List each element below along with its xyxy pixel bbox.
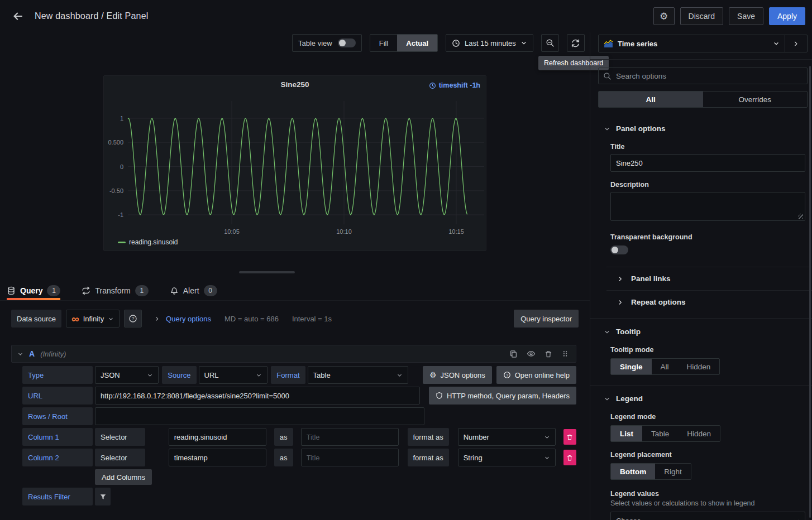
chevron-right-icon bbox=[154, 316, 160, 322]
svg-text:10:10: 10:10 bbox=[336, 228, 352, 235]
column-2-title-input[interactable] bbox=[301, 449, 399, 466]
svg-text:1: 1 bbox=[120, 115, 123, 122]
tab-query[interactable]: Query 1 bbox=[7, 281, 60, 300]
fill-actual-segmented: Fill Actual bbox=[370, 34, 438, 52]
column-1-selector-input[interactable] bbox=[169, 428, 266, 446]
table-view-toggle[interactable] bbox=[338, 38, 356, 47]
legend-placement-bottom[interactable]: Bottom bbox=[611, 464, 655, 479]
column-1-delete-button[interactable] bbox=[563, 429, 576, 445]
series-legend-item[interactable]: reading.sinusoid bbox=[118, 238, 178, 246]
column-2-label: Column 2 bbox=[22, 449, 93, 466]
fill-option[interactable]: Fill bbox=[370, 35, 398, 51]
query-inspector-button[interactable]: Query inspector bbox=[514, 310, 579, 328]
shield-icon bbox=[436, 392, 443, 399]
duplicate-query-icon[interactable] bbox=[509, 350, 518, 358]
discard-button[interactable]: Discard bbox=[680, 7, 723, 25]
format-select[interactable]: Table bbox=[308, 366, 408, 384]
transparent-background-toggle[interactable] bbox=[610, 245, 628, 254]
pane-resize-handle[interactable] bbox=[239, 271, 295, 273]
chart-panel[interactable]: 10.5000-0.50-110:0510:1010:15 Sine250 ti… bbox=[103, 75, 486, 251]
datasource-picker[interactable]: ∞ Infinity bbox=[66, 310, 120, 328]
panel-title-input[interactable] bbox=[610, 154, 805, 172]
tooltip-section-header[interactable]: Tooltip bbox=[590, 328, 812, 336]
column-1-label: Column 1 bbox=[22, 428, 93, 446]
options-search-input[interactable] bbox=[616, 72, 803, 80]
column-2-format-value: String bbox=[464, 454, 483, 462]
column-1-title-input[interactable] bbox=[301, 428, 399, 446]
collapse-pane-button[interactable] bbox=[785, 35, 807, 52]
svg-text:0.500: 0.500 bbox=[108, 139, 123, 146]
interval-stat: Interval = 1s bbox=[292, 315, 332, 323]
legend-section-header[interactable]: Legend bbox=[590, 394, 812, 403]
svg-text:?: ? bbox=[132, 316, 135, 321]
open-online-help-button[interactable]: ? Open online help bbox=[496, 366, 576, 384]
visualization-select[interactable]: Time series bbox=[599, 35, 785, 52]
tooltip-mode-single[interactable]: Single bbox=[611, 359, 652, 374]
datasource-help-button[interactable]: ? bbox=[124, 310, 142, 328]
tooltip-mode-all[interactable]: All bbox=[652, 359, 678, 374]
repeat-options-section[interactable]: Repeat options bbox=[606, 290, 812, 314]
column-1-format-select[interactable]: Number bbox=[458, 428, 556, 446]
legend-placement-segmented: Bottom Right bbox=[610, 463, 691, 480]
online-help-label: Open online help bbox=[515, 371, 570, 379]
legend-values-select[interactable]: Choose bbox=[610, 512, 805, 520]
legend-mode-table[interactable]: Table bbox=[642, 426, 678, 441]
tab-overrides[interactable]: Overrides bbox=[703, 92, 808, 107]
source-select[interactable]: URL bbox=[199, 366, 268, 384]
type-row: Type JSON Source URL Format Table ⚙ JS bbox=[22, 366, 576, 384]
hide-query-eye-icon[interactable] bbox=[527, 349, 536, 358]
tooltip-mode-hidden[interactable]: Hidden bbox=[678, 359, 720, 374]
drag-handle-icon[interactable] bbox=[561, 350, 569, 358]
timeshift-link[interactable]: timeshift -1h bbox=[429, 81, 480, 89]
query-options-link[interactable]: Query options bbox=[166, 315, 211, 323]
zoom-out-button[interactable] bbox=[541, 34, 559, 52]
tab-transform-count: 1 bbox=[135, 285, 149, 296]
max-data-points-stat: MD = auto = 686 bbox=[225, 315, 279, 323]
actual-option[interactable]: Actual bbox=[397, 35, 437, 51]
back-button[interactable] bbox=[9, 7, 27, 25]
svg-text:-1: -1 bbox=[118, 211, 123, 218]
add-columns-row: Add Columns bbox=[22, 469, 576, 485]
resize-grip[interactable] bbox=[798, 214, 803, 219]
http-method-button[interactable]: HTTP method, Query param, Headers bbox=[429, 387, 576, 405]
trash-icon bbox=[566, 434, 573, 441]
column-2-selector-input[interactable] bbox=[169, 449, 266, 466]
delete-query-trash-icon[interactable] bbox=[544, 350, 552, 358]
type-select[interactable]: JSON bbox=[95, 366, 159, 384]
tooltip-mode-label: Tooltip mode bbox=[610, 346, 812, 354]
refresh-icon bbox=[571, 38, 580, 48]
svg-text:10:15: 10:15 bbox=[448, 228, 464, 235]
chevron-down-icon bbox=[397, 372, 403, 378]
type-label: Type bbox=[22, 366, 93, 384]
panel-links-section[interactable]: Panel links bbox=[606, 267, 812, 290]
options-scrollbar[interactable] bbox=[809, 66, 811, 518]
column-2-format-select[interactable]: String bbox=[458, 449, 556, 466]
legend-mode-list[interactable]: List bbox=[611, 426, 642, 441]
rows-root-input[interactable] bbox=[95, 407, 424, 425]
url-input[interactable] bbox=[95, 387, 420, 405]
panel-options-section-header[interactable]: Panel options bbox=[590, 124, 812, 133]
timeshift-label: timeshift -1h bbox=[439, 81, 480, 89]
column-2-delete-button[interactable] bbox=[563, 450, 576, 465]
datasource-value: Infinity bbox=[83, 315, 104, 323]
query-a-header[interactable]: A (Infinity) bbox=[11, 345, 576, 363]
tab-all-options[interactable]: All bbox=[599, 92, 703, 107]
collapse-chevron-icon[interactable] bbox=[17, 351, 23, 357]
panel-description-textarea[interactable] bbox=[610, 192, 805, 221]
legend-mode-hidden[interactable]: Hidden bbox=[678, 426, 720, 441]
save-button[interactable]: Save bbox=[729, 7, 763, 25]
apply-button[interactable]: Apply bbox=[769, 7, 805, 25]
tab-transform[interactable]: Transform 1 bbox=[82, 281, 148, 300]
add-columns-button[interactable]: Add Columns bbox=[95, 469, 152, 485]
editor-tabs: Query 1 Transform 1 Alert 0 bbox=[0, 281, 590, 301]
panel-settings-button[interactable]: ⚙ bbox=[653, 7, 675, 25]
tab-alert[interactable]: Alert 0 bbox=[170, 281, 217, 300]
time-range-picker[interactable]: Last 15 minutes bbox=[446, 34, 533, 52]
datasource-row: Data source ∞ Infinity ? Query options M… bbox=[11, 310, 579, 328]
results-filter-button[interactable] bbox=[95, 488, 111, 505]
refresh-button[interactable] bbox=[567, 34, 585, 52]
legend-placement-right[interactable]: Right bbox=[655, 464, 691, 479]
query-datasource-hint: (Infinity) bbox=[40, 350, 66, 358]
json-options-button[interactable]: ⚙ JSON options bbox=[423, 366, 492, 384]
zoom-out-icon bbox=[546, 38, 555, 47]
